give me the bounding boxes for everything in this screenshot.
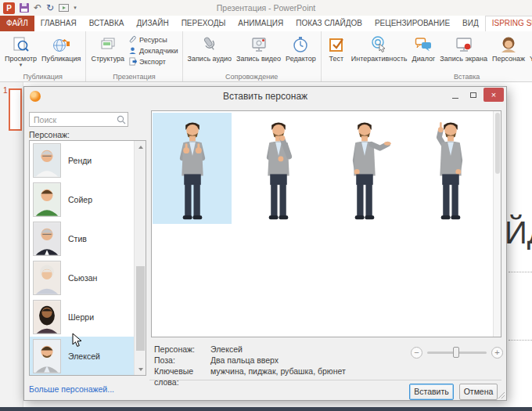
dialog-minimize-button[interactable] bbox=[448, 88, 463, 102]
more-characters-link[interactable]: Больше персонажей... bbox=[29, 384, 114, 394]
start-presentation-icon[interactable] bbox=[59, 4, 69, 12]
insert-button[interactable]: Вставить bbox=[409, 384, 454, 400]
customize-qat-caret-icon[interactable]: ▾ bbox=[74, 5, 77, 11]
window-title: Презентация - PowerPoint bbox=[0, 3, 532, 13]
ribbon-group-publish: Просмотр ▾ Публикация Публикация bbox=[0, 31, 86, 81]
scroll-up-icon[interactable] bbox=[135, 141, 146, 153]
webcam-icon bbox=[250, 34, 268, 55]
dialog-maximize-button[interactable] bbox=[466, 88, 481, 102]
character-item-alexey[interactable]: Элексей bbox=[30, 337, 146, 376]
resources-button[interactable]: Ресурсы bbox=[128, 35, 178, 44]
character-item-susan[interactable]: Сьюзан bbox=[30, 258, 146, 297]
minimize-icon bbox=[452, 98, 458, 99]
mouse-cursor bbox=[72, 333, 82, 348]
group-label-publish: Публикация bbox=[0, 73, 85, 81]
titlebar: P ↶ ↻ ▾ Презентация - PowerPoint bbox=[0, 0, 532, 16]
tab-ispring-suite[interactable]: ISPRING SUITE 8 bbox=[485, 16, 532, 31]
search-input[interactable] bbox=[29, 112, 128, 127]
character-item-randy[interactable]: Ренди bbox=[30, 141, 146, 180]
tab-design[interactable]: ДИЗАЙН bbox=[131, 16, 175, 31]
tab-view[interactable]: ВИД bbox=[456, 16, 485, 31]
zoom-out-button[interactable]: − bbox=[411, 347, 422, 359]
interaction-button[interactable]: Интерактивность bbox=[349, 33, 410, 63]
character-item-sawyer[interactable]: Сойер bbox=[30, 180, 146, 219]
selection-info: Персонаж:Элексей Поза:Два пальца вверх К… bbox=[154, 344, 412, 388]
interaction-touch-icon bbox=[370, 34, 389, 55]
group-label-presentation: Презентация bbox=[86, 73, 182, 81]
presenters-button[interactable]: Докладчики bbox=[128, 46, 178, 55]
paperclip-icon bbox=[128, 35, 137, 44]
powerpoint-window: P ↶ ↻ ▾ Презентация - PowerPoint ФАЙЛ ГЛ… bbox=[0, 0, 532, 411]
scrollbar-thumb[interactable] bbox=[136, 266, 145, 351]
status-bar bbox=[0, 407, 532, 411]
zoom-in-button[interactable]: + bbox=[491, 347, 503, 359]
tab-transitions[interactable]: ПЕРЕХОДЫ bbox=[175, 16, 232, 31]
info-label-pose: Поза: bbox=[154, 355, 210, 366]
slide-thumbnails-panel[interactable]: 1 bbox=[0, 82, 23, 407]
slide-partial-title-text: ЙД bbox=[505, 215, 532, 251]
pose-thinking[interactable] bbox=[239, 113, 318, 224]
pose-panel[interactable] bbox=[151, 110, 501, 337]
tab-home[interactable]: ГЛАВНАЯ bbox=[34, 16, 83, 31]
screen-recording-button[interactable]: Запись экрана bbox=[437, 33, 490, 63]
slide-placeholder-border bbox=[509, 272, 532, 272]
quick-access-toolbar: P ↶ ↻ ▾ bbox=[0, 2, 77, 14]
preview-button[interactable]: Просмотр ▾ bbox=[2, 33, 39, 68]
save-icon[interactable] bbox=[20, 3, 29, 13]
ribbon: Просмотр ▾ Публикация Публикация bbox=[0, 31, 532, 82]
ribbon-group-presentation: Структура Ресурсы Докладчики Экспорт bbox=[86, 31, 182, 81]
ribbon-group-insert: Тест Интерактивность Диалог bbox=[322, 31, 532, 81]
cancel-button[interactable]: Отмена bbox=[459, 384, 498, 400]
redo-icon[interactable]: ↻ bbox=[46, 3, 54, 13]
youtube-button[interactable]: YouTube bbox=[527, 33, 532, 63]
group-label-insert: Вставка bbox=[322, 73, 532, 81]
speech-bubbles-icon bbox=[414, 34, 433, 55]
group-label-narration: Сопровождение bbox=[183, 73, 321, 81]
record-video-button[interactable]: Запись видео bbox=[234, 33, 283, 63]
info-label-keywords: Ключевые слова: bbox=[154, 366, 210, 388]
pose-thumbs-up[interactable] bbox=[153, 113, 232, 224]
pose-pointing-up[interactable] bbox=[411, 113, 490, 224]
structure-icon bbox=[99, 34, 117, 55]
dialog-separator bbox=[149, 380, 501, 380]
structure-button[interactable]: Структура bbox=[88, 33, 127, 63]
tab-slideshow[interactable]: ПОКАЗ СЛАЙДОВ bbox=[289, 16, 368, 31]
tab-file[interactable]: ФАЙЛ bbox=[0, 16, 34, 31]
character-button[interactable]: Персонаж bbox=[490, 33, 527, 63]
avatar-sawyer bbox=[33, 182, 61, 217]
record-audio-button[interactable]: Запись аудио bbox=[185, 33, 234, 63]
zoom-slider-track[interactable] bbox=[427, 352, 487, 354]
character-list-scrollbar[interactable] bbox=[134, 141, 146, 375]
resize-grip[interactable] bbox=[497, 391, 505, 398]
avatar-randy bbox=[33, 143, 61, 178]
undo-icon[interactable]: ↶ bbox=[34, 3, 41, 13]
export-button[interactable]: Экспорт bbox=[128, 57, 178, 66]
avatar-susan bbox=[33, 261, 61, 295]
slide-thumbnail[interactable] bbox=[9, 88, 22, 131]
character-item-steve[interactable]: Стив bbox=[30, 219, 146, 258]
publish-button[interactable]: Публикация bbox=[39, 33, 83, 63]
scroll-down-icon[interactable] bbox=[135, 363, 146, 375]
zoom-slider-thumb[interactable] bbox=[453, 347, 459, 358]
editor-button[interactable]: Редактор bbox=[283, 33, 318, 63]
tab-review[interactable]: РЕЦЕНЗИРОВАНИЕ bbox=[368, 16, 456, 31]
quiz-checkbox-icon bbox=[327, 34, 346, 55]
character-item-sherry[interactable]: Шерри bbox=[30, 297, 146, 337]
info-value-character: Элексей bbox=[210, 344, 243, 355]
quiz-button[interactable]: Тест bbox=[324, 33, 349, 63]
tab-animations[interactable]: АНИМАЦИЯ bbox=[232, 16, 289, 31]
avatar-steve bbox=[33, 222, 61, 256]
tab-insert[interactable]: ВСТАВКА bbox=[83, 16, 131, 31]
avatar-alexey bbox=[33, 339, 61, 373]
dialog-sim-button[interactable]: Диалог bbox=[410, 33, 438, 63]
dialog-titlebar[interactable]: Вставить персонаж × bbox=[24, 87, 506, 107]
pose-panel-scrollbar[interactable] bbox=[493, 111, 501, 337]
dialog-title: Вставить персонаж bbox=[24, 91, 506, 102]
scrollbar-thumb[interactable] bbox=[495, 113, 500, 174]
dialog-close-button[interactable]: × bbox=[483, 88, 504, 102]
slide-placeholder-border bbox=[509, 340, 532, 341]
character-list[interactable]: Ренди Сойер Стив Сьюзан Шерри Элексей bbox=[29, 140, 146, 376]
powerpoint-logo-icon: P bbox=[3, 2, 15, 14]
pose-presenting[interactable] bbox=[325, 113, 404, 224]
info-value-pose: Два пальца вверх bbox=[210, 355, 279, 366]
